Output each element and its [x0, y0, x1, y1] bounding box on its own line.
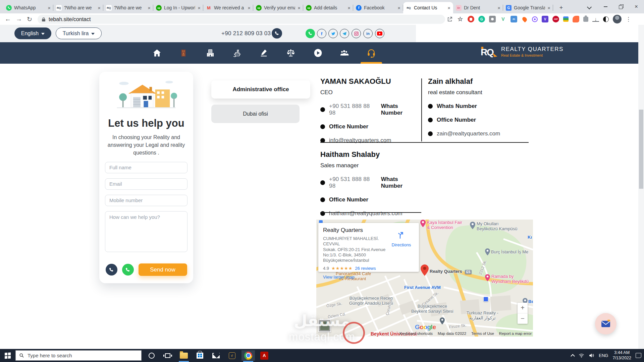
close-tab-icon[interactable]: ×: [447, 5, 450, 11]
adobe-reader-button[interactable]: A: [258, 350, 271, 361]
reviews-link[interactable]: 26 reviews: [355, 266, 376, 271]
keyboard-shortcuts-link[interactable]: Keyboard shortcuts: [399, 331, 433, 336]
window-close-button[interactable]: ×: [629, 0, 644, 13]
app-ce-button[interactable]: e: [225, 350, 239, 361]
call-circle-button[interactable]: [106, 264, 117, 276]
email-row[interactable]: info@realtyquarters.com: [320, 137, 421, 144]
tab-upwork-verify[interactable]: up Verify your emai ×: [253, 2, 303, 13]
call-button[interactable]: [272, 28, 282, 39]
tab-dr-dent[interactable]: Dr Dr Dent ×: [453, 2, 503, 13]
bookmark-star-icon[interactable]: ☆: [457, 16, 464, 22]
map-label-ramada[interactable]: Ramada by Wyndham Beylikdü: [491, 274, 529, 284]
browser-menu-icon[interactable]: ⋮: [626, 16, 631, 23]
keyboard-language-indicator[interactable]: ENG: [599, 353, 608, 358]
instagram-social-button[interactable]: [352, 29, 361, 38]
signal-extension-icon[interactable]: [532, 16, 538, 22]
task-view-button[interactable]: [161, 350, 174, 361]
microsoft-store-button[interactable]: [193, 350, 207, 361]
directions-button[interactable]: Directions: [388, 227, 415, 272]
map-label-turkuaz[interactable]: Turkuaz Realty - تركوار العقارية: [467, 311, 498, 321]
map-label-kaya[interactable]: Kaya İstanbul Fair & Convention: [427, 220, 462, 230]
office-number-row[interactable]: Office Number: [320, 196, 421, 203]
map-type-thumbnail[interactable]: [318, 319, 331, 332]
map-label-first-avenue[interactable]: First Avenue AVM: [404, 285, 441, 290]
youtube-social-button[interactable]: [375, 29, 384, 38]
cortana-button[interactable]: [145, 350, 158, 361]
share-icon[interactable]: [447, 16, 453, 22]
window-minimize-button[interactable]: [598, 0, 613, 13]
map-label-okullari[interactable]: My Okulları Beylikdüzü Kampüsü: [477, 222, 517, 232]
downloads-icon[interactable]: ↓: [592, 16, 599, 22]
close-tab-icon[interactable]: ×: [148, 5, 151, 11]
nav-projects-button[interactable]: [205, 47, 216, 59]
tab-contact-us-active[interactable]: RQ Contact Us ×: [403, 2, 453, 13]
extensions-puzzle-icon[interactable]: [583, 17, 588, 22]
currency-dropdown[interactable]: Turkish lira: [56, 27, 102, 39]
hidden-icons-chevron[interactable]: [571, 354, 575, 358]
transit-station-icon[interactable]: [483, 297, 488, 302]
wifi-icon[interactable]: [579, 353, 584, 358]
realty-quarters-pin-icon[interactable]: [421, 264, 429, 276]
map-label-burc[interactable]: Burç İstanbul İş Me: [491, 250, 528, 255]
tab-who-are-we-1[interactable]: RQ ?Who are we ×: [53, 2, 103, 13]
tab-google-translate[interactable]: G Google Translate ×: [503, 2, 553, 13]
nav-shipping-button[interactable]: [232, 47, 243, 59]
close-tab-icon[interactable]: ×: [397, 5, 400, 11]
whatsapp-circle-button[interactable]: [122, 264, 134, 276]
school-pin-icon[interactable]: [470, 222, 475, 229]
nav-legal-button[interactable]: [285, 47, 297, 59]
tab-upwork-details[interactable]: up Add details ×: [303, 2, 353, 13]
email-row[interactable]: haitham@realtyquarters.com: [320, 210, 421, 217]
message-textarea[interactable]: [105, 211, 187, 252]
reload-button[interactable]: ↻: [27, 15, 32, 23]
hotjar-extension-icon[interactable]: [521, 16, 528, 22]
office-number-row[interactable]: Office Number: [428, 117, 529, 123]
report-error-link[interactable]: Report a map error: [499, 331, 532, 336]
mail-button[interactable]: [209, 350, 223, 361]
file-explorer-button[interactable]: [177, 350, 191, 361]
nav-contact-button-active[interactable]: [366, 47, 377, 59]
forward-button[interactable]: →: [16, 15, 22, 23]
close-tab-icon[interactable]: ×: [298, 5, 301, 11]
close-tab-icon[interactable]: ×: [547, 5, 550, 11]
tab-who-are-we-2[interactable]: RQ ?Who are we ×: [103, 2, 153, 13]
dark-reader-extension-icon[interactable]: [603, 16, 609, 22]
screenshot-extension-icon[interactable]: [489, 16, 496, 22]
terms-link[interactable]: Terms of Use: [471, 331, 494, 336]
tab-gmail[interactable]: M We received a re ×: [203, 2, 253, 13]
start-button[interactable]: [0, 349, 15, 362]
view-larger-map-link[interactable]: View larger map: [323, 275, 355, 280]
google-map-embed[interactable]: E5 Kaya İstanbul Fair & Convention My Ok…: [316, 220, 533, 337]
back-button[interactable]: ←: [5, 15, 11, 23]
adblock-extension-icon[interactable]: [468, 16, 474, 22]
profile-avatar[interactable]: [613, 15, 622, 23]
language-dropdown[interactable]: English: [14, 27, 51, 39]
url-omnibox[interactable]: tebah.site/contact: [38, 15, 445, 24]
email-input[interactable]: [105, 178, 187, 190]
close-tab-icon[interactable]: ×: [248, 5, 251, 11]
speaker-icon[interactable]: [589, 353, 594, 358]
whats-number-row[interactable]: +90 531 888 88 98 Whats Number: [320, 103, 421, 116]
tab-administrative-office[interactable]: Administrative office: [211, 80, 310, 99]
map-label-sanayi[interactable]: Büyükçekmece Beykent Sanayi Sitesi: [411, 304, 453, 314]
map-label-realty-quarters[interactable]: Realty Quarters: [430, 269, 462, 274]
tab-whatsapp[interactable]: WhatsApp ×: [3, 2, 53, 13]
map-label-lisesi[interactable]: Büyükçekmece Recep Güngör Anadolu Lisesi: [349, 296, 393, 306]
full-name-input[interactable]: [105, 162, 187, 173]
whats-number-row[interactable]: Whats Number: [428, 103, 529, 110]
window-restore-button[interactable]: [613, 0, 629, 13]
office-number-row[interactable]: Office Number: [320, 123, 421, 130]
fi-extension-icon[interactable]: FI: [511, 16, 517, 22]
zoom-in-button[interactable]: +: [518, 303, 528, 313]
page-scrollbar-thumb[interactable]: [639, 110, 643, 189]
nav-properties-button[interactable]: [178, 47, 189, 59]
grammarly-extension-icon[interactable]: G: [478, 16, 485, 22]
street-pin-icon[interactable]: [440, 317, 445, 324]
close-tab-icon[interactable]: ×: [347, 5, 351, 11]
nav-team-button[interactable]: [338, 47, 350, 59]
kaya-hotel-pin-icon[interactable]: [420, 220, 426, 227]
vimium-extension-icon[interactable]: V: [542, 16, 548, 22]
close-tab-icon[interactable]: ×: [48, 5, 51, 11]
google-logo[interactable]: Google: [415, 323, 436, 331]
whats-number-row[interactable]: +90 531 888 88 98 Whats Number: [320, 176, 421, 189]
